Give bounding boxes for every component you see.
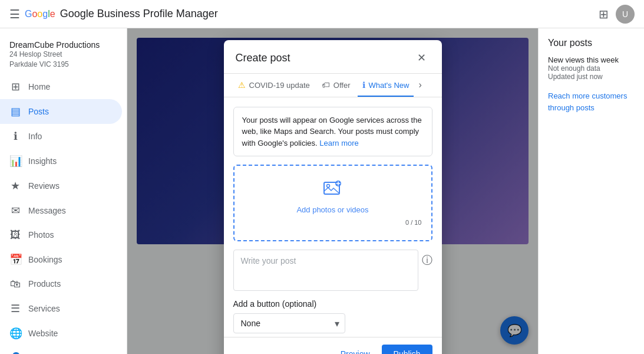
business-address: 24 Heslop Street Parkdale VIC 3195 [9, 50, 117, 70]
sidebar-item-services[interactable]: ☰ Services [0, 296, 122, 321]
insights-icon: 📊 [9, 155, 21, 168]
sidebar-item-products[interactable]: 🛍 Products [0, 272, 122, 296]
sidebar-item-info[interactable]: ℹ Info [0, 124, 122, 149]
photos-icon: 🖼 [9, 229, 21, 241]
publish-button[interactable]: Publish [382, 345, 432, 354]
modal-title: Create post [236, 52, 290, 64]
right-panel-title: Your posts [548, 38, 635, 48]
sidebar-item-website[interactable]: 🌐 Website [0, 321, 122, 346]
modal-body: Your posts will appear on Google service… [224, 97, 442, 337]
tab-offer[interactable]: 🏷 Offer [317, 74, 355, 97]
no-data-label: Not enough data Updated just now [548, 64, 635, 81]
google-logo: Google [25, 9, 55, 19]
button-select-wrap: None Book Order online Buy Learn more Si… [233, 313, 345, 333]
menu-icon[interactable]: ☰ [9, 7, 20, 21]
website-icon: 🌐 [9, 327, 21, 340]
tab-overflow-chevron[interactable]: › [418, 80, 421, 90]
right-panel: Your posts New views this week Not enoug… [538, 28, 644, 354]
sidebar-label-posts: Posts [28, 107, 49, 116]
sidebar-item-home[interactable]: ⊞ Home [0, 74, 122, 99]
tab-whats-new[interactable]: ℹ What's New [358, 74, 414, 97]
messages-icon: ✉ [9, 204, 21, 217]
bookings-icon: 📅 [9, 253, 21, 266]
button-section: Add a button (optional) None Book Order … [233, 299, 432, 333]
svg-point-1 [326, 185, 329, 188]
sidebar-label-bookings: Bookings [28, 255, 62, 264]
reach-link[interactable]: Reach more customers through posts [548, 90, 635, 113]
sidebar-item-photos[interactable]: 🖼 Photos [0, 223, 122, 247]
sidebar-item-users[interactable]: 👤 Users [0, 346, 122, 354]
sidebar-item-bookings[interactable]: 📅 Bookings [0, 247, 122, 272]
sidebar-label-info: Info [28, 132, 42, 141]
upload-icon [323, 180, 342, 201]
button-select[interactable]: None Book Order online Buy Learn more Si… [233, 313, 345, 333]
tab-offer-label: Offer [333, 81, 351, 90]
grid-icon[interactable]: ⊞ [599, 7, 609, 21]
info-box: Your posts will appear on Google service… [233, 107, 432, 157]
topbar: ☰ Google Google Business Profile Manager… [0, 0, 644, 28]
home-icon: ⊞ [9, 80, 21, 93]
sidebar-item-insights[interactable]: 📊 Insights [0, 149, 122, 173]
whats-new-icon: ℹ [362, 80, 365, 90]
avatar[interactable]: U [616, 5, 635, 24]
sidebar-label-products: Products [28, 279, 61, 289]
tab-covid-label: COVID-19 update [249, 81, 310, 90]
sidebar-label-insights: Insights [28, 156, 57, 166]
learn-more-link[interactable]: Learn more [319, 139, 358, 148]
modal-close-button[interactable]: ✕ [414, 50, 430, 66]
upload-count: 0 / 10 [405, 219, 422, 226]
post-textarea-wrap: ⓘ [233, 250, 432, 291]
services-icon: ☰ [9, 302, 21, 315]
sidebar-label-home: Home [28, 82, 50, 91]
post-info-icon[interactable]: ⓘ [422, 253, 432, 267]
products-icon: 🛍 [9, 278, 21, 290]
sidebar-label-messages: Messages [28, 206, 66, 215]
reviews-icon: ★ [9, 179, 21, 192]
sidebar-item-posts[interactable]: ▤ Posts [0, 99, 122, 124]
tab-covid[interactable]: ⚠ COVID-19 update [233, 74, 315, 97]
modal-overlay: Create post ✕ ⚠ COVID-19 update 🏷 Offer … [127, 28, 538, 354]
stats-label: New views this week [548, 55, 635, 64]
create-post-modal: Create post ✕ ⚠ COVID-19 update 🏷 Offer … [224, 40, 442, 354]
info-icon: ℹ [9, 130, 21, 143]
topbar-right: ⊞ U [599, 5, 635, 24]
button-section-label: Add a button (optional) [233, 299, 432, 309]
main-layout: DreamCube Productions 24 Heslop Street P… [0, 28, 644, 354]
modal-header: Create post ✕ [224, 40, 442, 74]
post-textarea[interactable] [233, 250, 418, 291]
modal-tabs: ⚠ COVID-19 update 🏷 Offer ℹ What's New › [224, 74, 442, 97]
sidebar-item-messages[interactable]: ✉ Messages [0, 198, 122, 223]
upload-area[interactable]: Add photos or videos 0 / 10 [233, 165, 432, 241]
users-icon: 👤 [9, 352, 21, 354]
sidebar-label-reviews: Reviews [28, 181, 60, 191]
preview-button[interactable]: Preview [333, 345, 377, 354]
sidebar-business: DreamCube Productions 24 Heslop Street P… [0, 33, 127, 74]
sidebar-label-photos: Photos [28, 230, 54, 240]
sidebar-label-website: Website [28, 329, 58, 338]
posts-icon: ▤ [9, 105, 21, 118]
offer-icon: 🏷 [322, 80, 330, 90]
tab-whats-new-label: What's New [369, 81, 409, 90]
upload-label: Add photos or videos [296, 205, 368, 214]
modal-footer: Preview Publish [224, 337, 442, 354]
sidebar-label-services: Services [28, 304, 60, 313]
app-title: Google Business Profile Manager [60, 8, 218, 20]
covid-icon: ⚠ [238, 80, 246, 90]
sidebar: DreamCube Productions 24 Heslop Street P… [0, 28, 127, 354]
sidebar-item-reviews[interactable]: ★ Reviews [0, 173, 122, 198]
content-area: Create post ✕ ⚠ COVID-19 update 🏷 Offer … [127, 28, 538, 354]
business-name: DreamCube Productions [9, 40, 117, 50]
